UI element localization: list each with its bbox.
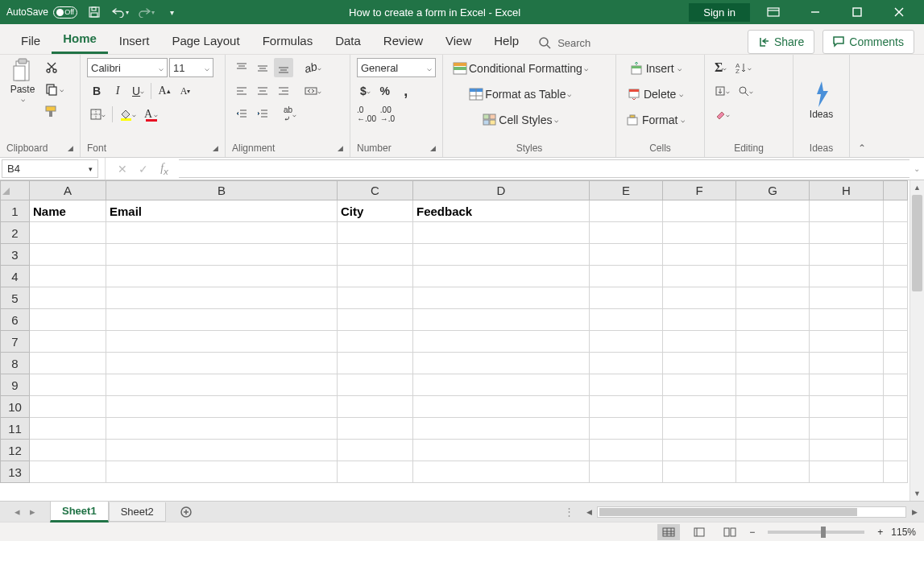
table-row[interactable]: 9 (1, 374, 908, 396)
cell[interactable] (810, 244, 884, 266)
font-dialog-launcher[interactable]: ◢ (213, 144, 218, 152)
col-header[interactable]: C (338, 181, 413, 200)
tab-data[interactable]: Data (324, 27, 372, 54)
cell[interactable] (413, 396, 590, 418)
collapse-ribbon-button[interactable]: ⌃ (858, 142, 866, 154)
increase-decimal-button[interactable]: .0←.00 (357, 105, 376, 124)
column-headers[interactable]: A B C D E F G H (1, 181, 908, 200)
cell[interactable] (106, 374, 338, 396)
cell[interactable] (810, 353, 884, 374)
qat-customize-icon[interactable]: ▾ (163, 3, 180, 21)
cell[interactable] (338, 309, 413, 331)
cell[interactable] (590, 331, 663, 353)
cell[interactable] (338, 440, 413, 461)
cell[interactable]: City (338, 200, 413, 222)
cell[interactable] (106, 396, 338, 418)
cell[interactable]: Name (30, 200, 106, 222)
signin-button[interactable]: Sign in (689, 3, 750, 22)
share-button[interactable]: Share (748, 30, 814, 54)
cell[interactable] (106, 244, 338, 266)
cell[interactable] (590, 222, 663, 244)
borders-button[interactable]: ⌵ (87, 105, 109, 124)
align-center-button[interactable] (253, 81, 272, 101)
accounting-format-button[interactable]: $⌵ (357, 81, 374, 101)
merge-button[interactable]: ⌵ (301, 81, 325, 101)
cell[interactable] (413, 353, 590, 374)
cell[interactable] (338, 287, 413, 309)
percent-button[interactable]: % (375, 81, 395, 101)
cell[interactable] (810, 396, 884, 418)
cell[interactable] (736, 353, 810, 374)
insert-cells-button[interactable]: Insert⌵ (623, 58, 688, 79)
zoom-in-button[interactable]: + (877, 527, 883, 538)
tab-review[interactable]: Review (372, 27, 434, 54)
cell[interactable] (106, 287, 338, 309)
tab-view[interactable]: View (434, 27, 483, 54)
tab-help[interactable]: Help (483, 27, 530, 54)
paste-button[interactable]: Paste ⌵ (6, 58, 39, 103)
cell[interactable] (106, 461, 338, 483)
scroll-left-icon[interactable]: ◀ (582, 508, 595, 516)
cell[interactable] (736, 287, 810, 309)
cell[interactable] (30, 353, 106, 374)
cell[interactable] (663, 440, 736, 461)
cell[interactable] (30, 222, 106, 244)
row-header[interactable]: 6 (1, 309, 30, 331)
table-row[interactable]: 7 (1, 331, 908, 353)
table-row[interactable]: 2 (1, 222, 908, 244)
cell[interactable] (810, 222, 884, 244)
cell[interactable] (884, 309, 908, 331)
cell[interactable] (338, 222, 413, 244)
col-header[interactable]: D (413, 181, 590, 200)
font-size-combo[interactable]: 11⌵ (169, 58, 213, 77)
cell[interactable] (30, 287, 106, 309)
undo-icon[interactable]: ▾ (111, 3, 129, 21)
cell[interactable] (663, 222, 736, 244)
cell[interactable] (413, 244, 590, 266)
cell[interactable] (810, 266, 884, 287)
col-header[interactable]: A (30, 181, 106, 200)
cell[interactable] (590, 374, 663, 396)
cell[interactable] (413, 331, 590, 353)
conditional-formatting-button[interactable]: Conditional Formatting⌵ (450, 58, 591, 79)
number-dialog-launcher[interactable]: ◢ (430, 144, 436, 152)
row-header[interactable]: 2 (1, 222, 30, 244)
cell[interactable] (663, 287, 736, 309)
row-header[interactable]: 13 (1, 461, 30, 483)
cell[interactable] (590, 287, 663, 309)
formula-input[interactable] (179, 159, 909, 178)
cut-button[interactable] (42, 58, 61, 77)
cell[interactable] (884, 266, 908, 287)
cell[interactable] (884, 244, 908, 266)
cell[interactable] (30, 309, 106, 331)
comments-button[interactable]: Comments (822, 30, 914, 54)
table-row[interactable]: 3 (1, 244, 908, 266)
row-header[interactable]: 12 (1, 440, 30, 461)
cell[interactable] (663, 461, 736, 483)
cell[interactable] (736, 309, 810, 331)
cell[interactable] (736, 461, 810, 483)
tab-insert[interactable]: Insert (108, 27, 161, 54)
cell[interactable] (736, 200, 810, 222)
sheet-tab[interactable]: Sheet1 (50, 501, 109, 522)
clear-button[interactable]: ⌵ (711, 105, 733, 124)
cell[interactable] (736, 266, 810, 287)
table-row[interactable]: 12 (1, 440, 908, 461)
font-name-combo[interactable]: Calibri⌵ (87, 58, 168, 77)
wrap-text-button[interactable]: ab⤶⌵ (280, 105, 300, 124)
scroll-up-icon[interactable]: ▲ (910, 180, 924, 195)
cell[interactable] (590, 396, 663, 418)
table-row[interactable]: 11 (1, 418, 908, 440)
cell[interactable] (810, 287, 884, 309)
table-row[interactable]: 6 (1, 309, 908, 331)
autosave-toggle[interactable]: AutoSave Off (6, 6, 77, 19)
zoom-level[interactable]: 115% (891, 527, 916, 538)
cell[interactable] (338, 353, 413, 374)
format-painter-button[interactable] (42, 101, 61, 121)
expand-formula-bar[interactable]: ⌄ (909, 158, 924, 180)
cell[interactable] (590, 309, 663, 331)
align-right-button[interactable] (274, 81, 293, 101)
row-header[interactable]: 11 (1, 418, 30, 440)
decrease-font-button[interactable]: A▾ (176, 81, 195, 101)
sheet-nav-prev[interactable]: ◂ (15, 506, 20, 518)
